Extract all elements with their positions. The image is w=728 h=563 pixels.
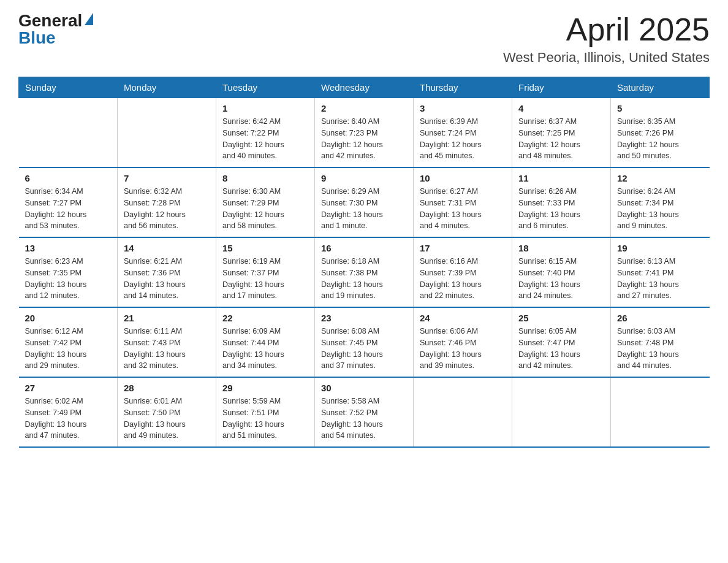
calendar-cell: 20Sunrise: 6:12 AM Sunset: 7:42 PM Dayli… [19, 307, 118, 377]
calendar-cell: 22Sunrise: 6:09 AM Sunset: 7:44 PM Dayli… [216, 307, 315, 377]
calendar-cell: 30Sunrise: 5:58 AM Sunset: 7:52 PM Dayli… [315, 377, 414, 447]
day-number: 20 [25, 313, 112, 323]
calendar-cell [19, 98, 118, 168]
day-number: 24 [420, 313, 506, 323]
day-number: 9 [321, 173, 407, 183]
calendar-cell: 23Sunrise: 6:08 AM Sunset: 7:45 PM Dayli… [315, 307, 414, 377]
calendar-cell [512, 377, 611, 447]
day-info: Sunrise: 6:27 AM Sunset: 7:31 PM Dayligh… [420, 186, 506, 232]
day-info: Sunrise: 6:01 AM Sunset: 7:50 PM Dayligh… [124, 396, 210, 442]
day-number: 2 [321, 103, 407, 113]
day-info: Sunrise: 6:19 AM Sunset: 7:37 PM Dayligh… [222, 256, 308, 302]
day-info: Sunrise: 5:58 AM Sunset: 7:52 PM Dayligh… [321, 396, 407, 442]
calendar-header: SundayMondayTuesdayWednesdayThursdayFrid… [19, 77, 710, 98]
day-info: Sunrise: 5:59 AM Sunset: 7:51 PM Dayligh… [222, 396, 308, 442]
header-cell-monday: Monday [118, 77, 216, 98]
day-number: 30 [321, 383, 407, 393]
calendar-cell: 8Sunrise: 6:30 AM Sunset: 7:29 PM Daylig… [216, 167, 315, 237]
calendar-cell: 26Sunrise: 6:03 AM Sunset: 7:48 PM Dayli… [611, 307, 710, 377]
day-info: Sunrise: 6:15 AM Sunset: 7:40 PM Dayligh… [518, 256, 604, 302]
day-info: Sunrise: 6:23 AM Sunset: 7:35 PM Dayligh… [25, 256, 112, 302]
day-info: Sunrise: 6:13 AM Sunset: 7:41 PM Dayligh… [617, 256, 703, 302]
day-number: 26 [617, 313, 703, 323]
calendar-cell: 15Sunrise: 6:19 AM Sunset: 7:37 PM Dayli… [216, 237, 315, 307]
calendar-cell [118, 98, 216, 168]
day-number: 17 [420, 243, 506, 253]
calendar-week-row: 13Sunrise: 6:23 AM Sunset: 7:35 PM Dayli… [19, 237, 710, 307]
calendar-cell: 18Sunrise: 6:15 AM Sunset: 7:40 PM Dayli… [512, 237, 611, 307]
day-info: Sunrise: 6:02 AM Sunset: 7:49 PM Dayligh… [25, 396, 112, 442]
header-cell-saturday: Saturday [611, 77, 710, 98]
day-info: Sunrise: 6:32 AM Sunset: 7:28 PM Dayligh… [124, 186, 210, 232]
day-info: Sunrise: 6:42 AM Sunset: 7:22 PM Dayligh… [222, 116, 308, 162]
day-info: Sunrise: 6:03 AM Sunset: 7:48 PM Dayligh… [617, 326, 703, 372]
month-title: April 2025 [503, 12, 710, 47]
calendar-cell: 6Sunrise: 6:34 AM Sunset: 7:27 PM Daylig… [19, 167, 118, 237]
day-number: 16 [321, 243, 407, 253]
day-number: 5 [617, 103, 703, 113]
calendar-cell: 28Sunrise: 6:01 AM Sunset: 7:50 PM Dayli… [118, 377, 216, 447]
day-info: Sunrise: 6:35 AM Sunset: 7:26 PM Dayligh… [617, 116, 703, 162]
day-number: 21 [124, 313, 210, 323]
day-info: Sunrise: 6:37 AM Sunset: 7:25 PM Dayligh… [518, 116, 604, 162]
day-number: 15 [222, 243, 308, 253]
day-info: Sunrise: 6:11 AM Sunset: 7:43 PM Dayligh… [124, 326, 210, 372]
day-number: 11 [518, 173, 604, 183]
calendar-cell: 19Sunrise: 6:13 AM Sunset: 7:41 PM Dayli… [611, 237, 710, 307]
calendar-table: SundayMondayTuesdayWednesdayThursdayFrid… [18, 77, 710, 448]
day-number: 7 [124, 173, 210, 183]
calendar-week-row: 27Sunrise: 6:02 AM Sunset: 7:49 PM Dayli… [19, 377, 710, 447]
logo-general: General [18, 12, 82, 29]
calendar-cell [611, 377, 710, 447]
header-cell-sunday: Sunday [19, 77, 118, 98]
day-number: 18 [518, 243, 604, 253]
day-number: 19 [617, 243, 703, 253]
header-cell-wednesday: Wednesday [315, 77, 414, 98]
calendar-cell: 21Sunrise: 6:11 AM Sunset: 7:43 PM Dayli… [118, 307, 216, 377]
calendar-cell: 12Sunrise: 6:24 AM Sunset: 7:34 PM Dayli… [611, 167, 710, 237]
day-number: 14 [124, 243, 210, 253]
logo-blue: Blue [18, 29, 56, 47]
location-title: West Peoria, Illinois, United States [503, 50, 710, 66]
header-cell-friday: Friday [512, 77, 611, 98]
calendar-cell: 4Sunrise: 6:37 AM Sunset: 7:25 PM Daylig… [512, 98, 611, 168]
calendar-week-row: 6Sunrise: 6:34 AM Sunset: 7:27 PM Daylig… [19, 167, 710, 237]
day-number: 27 [25, 383, 112, 393]
day-info: Sunrise: 6:21 AM Sunset: 7:36 PM Dayligh… [124, 256, 210, 302]
calendar-body: 1Sunrise: 6:42 AM Sunset: 7:22 PM Daylig… [19, 98, 710, 448]
calendar-week-row: 1Sunrise: 6:42 AM Sunset: 7:22 PM Daylig… [19, 98, 710, 168]
day-info: Sunrise: 6:09 AM Sunset: 7:44 PM Dayligh… [222, 326, 308, 372]
day-number: 6 [25, 173, 112, 183]
day-info: Sunrise: 6:26 AM Sunset: 7:33 PM Dayligh… [518, 186, 604, 232]
day-info: Sunrise: 6:18 AM Sunset: 7:38 PM Dayligh… [321, 256, 407, 302]
header-cell-tuesday: Tuesday [216, 77, 315, 98]
day-info: Sunrise: 6:05 AM Sunset: 7:47 PM Dayligh… [518, 326, 604, 372]
calendar-cell: 17Sunrise: 6:16 AM Sunset: 7:39 PM Dayli… [414, 237, 512, 307]
title-block: April 2025 West Peoria, Illinois, United… [503, 12, 710, 66]
day-info: Sunrise: 6:34 AM Sunset: 7:27 PM Dayligh… [25, 186, 112, 232]
day-number: 8 [222, 173, 308, 183]
calendar-cell: 29Sunrise: 5:59 AM Sunset: 7:51 PM Dayli… [216, 377, 315, 447]
day-info: Sunrise: 6:24 AM Sunset: 7:34 PM Dayligh… [617, 186, 703, 232]
logo-triangle-icon [85, 13, 93, 25]
header-row: SundayMondayTuesdayWednesdayThursdayFrid… [19, 77, 710, 98]
calendar-cell: 7Sunrise: 6:32 AM Sunset: 7:28 PM Daylig… [118, 167, 216, 237]
day-number: 12 [617, 173, 703, 183]
calendar-cell: 27Sunrise: 6:02 AM Sunset: 7:49 PM Dayli… [19, 377, 118, 447]
logo: General Blue [18, 12, 93, 47]
calendar-cell: 14Sunrise: 6:21 AM Sunset: 7:36 PM Dayli… [118, 237, 216, 307]
header-cell-thursday: Thursday [414, 77, 512, 98]
calendar-cell: 10Sunrise: 6:27 AM Sunset: 7:31 PM Dayli… [414, 167, 512, 237]
page-header: General Blue April 2025 West Peoria, Ill… [18, 12, 710, 66]
calendar-week-row: 20Sunrise: 6:12 AM Sunset: 7:42 PM Dayli… [19, 307, 710, 377]
day-number: 25 [518, 313, 604, 323]
day-number: 3 [420, 103, 506, 113]
calendar-cell: 24Sunrise: 6:06 AM Sunset: 7:46 PM Dayli… [414, 307, 512, 377]
calendar-cell: 5Sunrise: 6:35 AM Sunset: 7:26 PM Daylig… [611, 98, 710, 168]
day-number: 4 [518, 103, 604, 113]
calendar-cell: 9Sunrise: 6:29 AM Sunset: 7:30 PM Daylig… [315, 167, 414, 237]
calendar-cell [414, 377, 512, 447]
day-info: Sunrise: 6:16 AM Sunset: 7:39 PM Dayligh… [420, 256, 506, 302]
day-number: 29 [222, 383, 308, 393]
day-info: Sunrise: 6:30 AM Sunset: 7:29 PM Dayligh… [222, 186, 308, 232]
